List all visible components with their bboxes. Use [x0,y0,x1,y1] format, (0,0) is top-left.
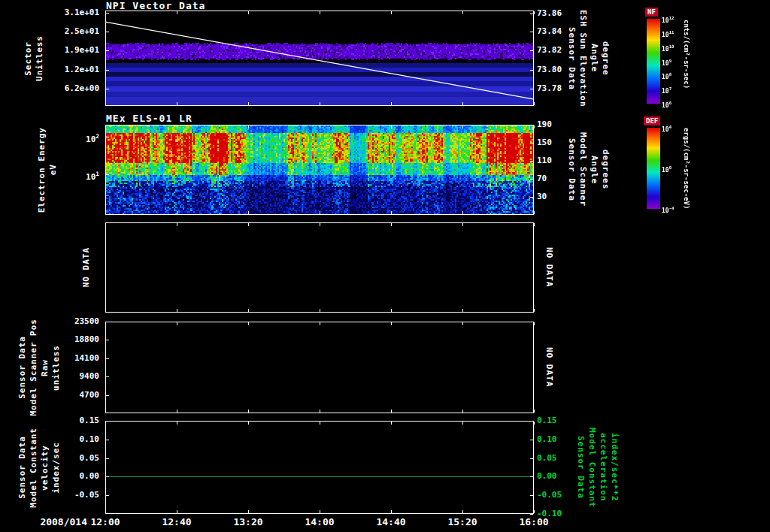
p3-x-tick [105,223,106,226]
p2-x-tick [534,211,535,214]
p1-y-tick [106,32,109,32]
nf-colorbar-name: NF [645,8,658,17]
p2-x-tick [105,125,106,128]
p1-y-tick [530,14,533,14]
p2-y-tick [530,143,533,144]
p2-x-tick [320,211,320,214]
nf-colorbar-tick-label: 109 [662,59,671,67]
nf-colorbar [647,19,660,104]
p3-x-tick [534,309,535,312]
panel-no-data [105,222,534,313]
p1-left-tick-label: 6.2e+00 [0,84,99,93]
p5-x-tick [105,422,106,425]
p4-y-tick [106,395,109,396]
p1-left-axis-title: SectorUnitless [23,11,45,106]
p3-x-tick [391,223,392,226]
p1-y-tick [530,89,533,89]
p2-y-tick [530,125,533,125]
p5-x-tick [462,510,463,513]
p2-x-tick [391,211,392,214]
p2-y-tick [106,174,109,175]
p1-x-tick [177,11,177,14]
p4-left-axis-title-line: Model Scanner Pos [29,319,38,416]
p2-x-tick [462,211,463,214]
nf-colorbar-unit: cnts/(cm²-sr-sec) [683,20,690,104]
def-colorbar-tick-label: 10-4 [662,206,674,214]
p1-x-tick [105,102,106,105]
nf-colorbar-tick-label: 1012 [662,16,674,24]
p5-right-tick-label: 0.15 [537,416,576,425]
p1-x-tick [248,102,249,105]
p4-x-tick [248,410,249,413]
p4-y-tick [106,322,109,322]
p5-y-tick [106,440,109,440]
p5-right-axis-title: Sensor DataModel Constantaccelerationind… [576,421,620,514]
p3-x-tick [462,223,463,226]
p5-right-axis-title-line: index/sec**2 [610,433,620,501]
p1-x-tick [534,102,535,105]
p5-x-tick [320,422,320,425]
p3-x-tick [177,309,177,312]
p1-left-axis-title-line: Sector [23,41,33,76]
p3-x-tick [248,309,249,312]
p1-x-tick [248,11,249,14]
panel-velocity [105,421,534,514]
p2-x-tick [177,211,177,214]
p5-right-axis-title-line: Sensor Data [576,436,586,499]
panel2-title: MEx ELS-01 LR [106,113,192,124]
p1-y-tick [530,50,533,51]
p2-right-axis-title-line: Sensor Data [567,138,577,201]
p1-x-tick [462,102,463,105]
p4-x-tick [320,322,320,325]
p1-x-tick [462,11,463,14]
p1-x-tick [320,11,320,14]
p3-x-tick [391,309,392,312]
p4-y-tick [106,376,109,377]
nf-colorbar-tick-label: 108 [662,72,671,80]
x-axis-tick-label: 12:40 [153,516,201,527]
p3-x-tick [177,223,177,226]
p4-left-axis-title-line: Sensor Data [17,336,27,399]
p5-y-tick [530,514,533,515]
def-colorbar-tick-label: 100 [662,165,671,174]
p5-x-tick [320,510,320,513]
p3-left-no-data-label-line: NO DATA [81,247,91,287]
els-spectrogram [106,125,533,214]
p5-y-tick [530,421,533,422]
date-label: 2008/014 [12,516,87,527]
p1-x-tick [391,102,392,105]
p5-y-tick [530,458,533,459]
p5-left-axis-title-line: velocity [40,445,50,491]
nf-colorbar-tick-label: 107 [662,86,671,95]
panel-npi-vector-data [105,11,534,106]
p2-x-tick [320,125,320,128]
p2-x-tick [105,211,106,214]
p2-y-tick [530,197,533,198]
p4-left-axis-title: Sensor DataModel Scanner PosRawunitless [17,322,62,413]
p2-y-tick [530,161,533,162]
p2-right-axis-title-line: Model Scanner [578,132,588,207]
p1-right-axis-title-line: ESH Sun Elevation [578,10,588,107]
p5-x-tick [177,422,177,425]
panel-els-spectrogram [105,125,534,215]
p2-x-tick [177,125,177,128]
p1-x-tick [391,11,392,14]
p1-y-tick [106,13,109,14]
p2-right-axis-title-line: degrees [601,150,611,189]
p1-right-axis-title-line: degree [601,41,611,76]
p4-x-tick [105,410,106,413]
p5-x-tick [105,510,106,513]
p5-x-tick [534,422,535,425]
p1-y-tick [106,89,109,89]
p1-right-axis-title: Sensor DataESH Sun ElevationAngledegree [567,11,611,106]
p3-x-tick [320,223,320,226]
p2-y-tick [530,179,533,180]
panel1-title: NPI Vector Data [106,0,205,11]
p5-x-tick [248,510,249,513]
p3-x-tick [248,223,249,226]
p4-y-tick [106,340,109,340]
p1-x-tick [320,102,320,105]
p1-right-axis-title-line: Sensor Data [567,27,577,90]
p3-x-tick [534,223,535,226]
p5-x-tick [248,422,249,425]
